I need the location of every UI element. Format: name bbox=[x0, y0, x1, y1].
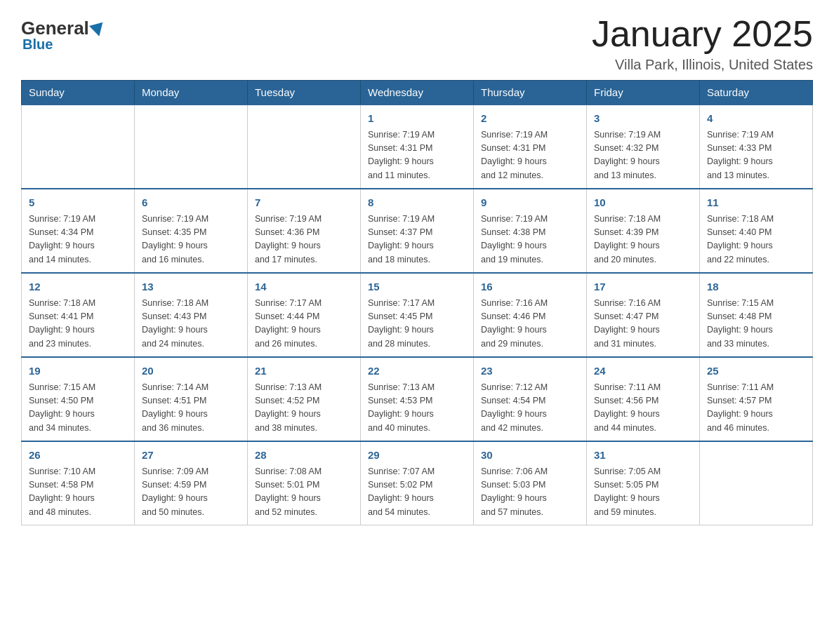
day-info: Sunrise: 7:19 AMSunset: 4:37 PMDaylight:… bbox=[368, 213, 466, 267]
day-info: Sunrise: 7:19 AMSunset: 4:32 PMDaylight:… bbox=[594, 128, 692, 183]
day-number: 7 bbox=[255, 195, 353, 211]
location-text: Villa Park, Illinois, United States bbox=[592, 57, 813, 73]
calendar-cell: 2Sunrise: 7:19 AMSunset: 4:31 PMDaylight… bbox=[474, 105, 587, 189]
calendar-cell: 5Sunrise: 7:19 AMSunset: 4:34 PMDaylight… bbox=[22, 189, 135, 273]
calendar-cell: 30Sunrise: 7:06 AMSunset: 5:03 PMDayligh… bbox=[474, 441, 587, 525]
calendar-header-friday: Friday bbox=[587, 81, 700, 105]
day-number: 26 bbox=[29, 448, 127, 464]
calendar-cell: 17Sunrise: 7:16 AMSunset: 4:47 PMDayligh… bbox=[587, 273, 700, 357]
day-info: Sunrise: 7:15 AMSunset: 4:50 PMDaylight:… bbox=[29, 381, 127, 436]
calendar-cell: 13Sunrise: 7:18 AMSunset: 4:43 PMDayligh… bbox=[135, 273, 248, 357]
calendar-cell: 16Sunrise: 7:16 AMSunset: 4:46 PMDayligh… bbox=[474, 273, 587, 357]
calendar-cell: 21Sunrise: 7:13 AMSunset: 4:52 PMDayligh… bbox=[248, 357, 361, 441]
calendar-header-row: SundayMondayTuesdayWednesdayThursdayFrid… bbox=[22, 81, 813, 105]
calendar-header-thursday: Thursday bbox=[474, 81, 587, 105]
day-info: Sunrise: 7:19 AMSunset: 4:35 PMDaylight:… bbox=[142, 213, 240, 267]
calendar-cell bbox=[248, 105, 361, 189]
day-number: 31 bbox=[594, 448, 692, 464]
title-block: January 2025 Villa Park, Illinois, Unite… bbox=[592, 14, 813, 73]
day-info: Sunrise: 7:13 AMSunset: 4:52 PMDaylight:… bbox=[255, 381, 353, 436]
day-info: Sunrise: 7:12 AMSunset: 4:54 PMDaylight:… bbox=[481, 381, 579, 436]
calendar-week-5: 26Sunrise: 7:10 AMSunset: 4:58 PMDayligh… bbox=[22, 441, 813, 525]
day-info: Sunrise: 7:16 AMSunset: 4:47 PMDaylight:… bbox=[594, 297, 692, 351]
calendar-cell: 4Sunrise: 7:19 AMSunset: 4:33 PMDaylight… bbox=[700, 105, 813, 189]
calendar-cell: 7Sunrise: 7:19 AMSunset: 4:36 PMDaylight… bbox=[248, 189, 361, 273]
calendar-cell: 25Sunrise: 7:11 AMSunset: 4:57 PMDayligh… bbox=[700, 357, 813, 441]
day-info: Sunrise: 7:11 AMSunset: 4:56 PMDaylight:… bbox=[594, 381, 692, 436]
calendar-cell: 10Sunrise: 7:18 AMSunset: 4:39 PMDayligh… bbox=[587, 189, 700, 273]
day-info: Sunrise: 7:11 AMSunset: 4:57 PMDaylight:… bbox=[707, 381, 805, 436]
day-number: 8 bbox=[368, 195, 466, 211]
day-info: Sunrise: 7:05 AMSunset: 5:05 PMDaylight:… bbox=[594, 465, 692, 520]
calendar-header-saturday: Saturday bbox=[700, 81, 813, 105]
day-number: 9 bbox=[481, 195, 579, 211]
day-number: 27 bbox=[142, 448, 240, 464]
day-info: Sunrise: 7:19 AMSunset: 4:36 PMDaylight:… bbox=[255, 213, 353, 267]
logo-blue-text: Blue bbox=[21, 36, 53, 53]
calendar-header-tuesday: Tuesday bbox=[248, 81, 361, 105]
calendar-cell bbox=[135, 105, 248, 189]
calendar-table: SundayMondayTuesdayWednesdayThursdayFrid… bbox=[21, 80, 813, 525]
day-number: 6 bbox=[142, 195, 240, 211]
day-info: Sunrise: 7:18 AMSunset: 4:39 PMDaylight:… bbox=[594, 213, 692, 267]
calendar-cell: 9Sunrise: 7:19 AMSunset: 4:38 PMDaylight… bbox=[474, 189, 587, 273]
calendar-cell: 8Sunrise: 7:19 AMSunset: 4:37 PMDaylight… bbox=[361, 189, 474, 273]
calendar-cell: 14Sunrise: 7:17 AMSunset: 4:44 PMDayligh… bbox=[248, 273, 361, 357]
day-info: Sunrise: 7:06 AMSunset: 5:03 PMDaylight:… bbox=[481, 465, 579, 520]
day-info: Sunrise: 7:14 AMSunset: 4:51 PMDaylight:… bbox=[142, 381, 240, 436]
day-info: Sunrise: 7:09 AMSunset: 4:59 PMDaylight:… bbox=[142, 465, 240, 520]
calendar-cell: 28Sunrise: 7:08 AMSunset: 5:01 PMDayligh… bbox=[248, 441, 361, 525]
day-info: Sunrise: 7:08 AMSunset: 5:01 PMDaylight:… bbox=[255, 465, 353, 520]
day-info: Sunrise: 7:19 AMSunset: 4:38 PMDaylight:… bbox=[481, 213, 579, 267]
day-number: 14 bbox=[255, 279, 353, 295]
calendar-cell: 31Sunrise: 7:05 AMSunset: 5:05 PMDayligh… bbox=[587, 441, 700, 525]
calendar-week-4: 19Sunrise: 7:15 AMSunset: 4:50 PMDayligh… bbox=[22, 357, 813, 441]
calendar-cell: 27Sunrise: 7:09 AMSunset: 4:59 PMDayligh… bbox=[135, 441, 248, 525]
calendar-header-monday: Monday bbox=[135, 81, 248, 105]
calendar-cell: 19Sunrise: 7:15 AMSunset: 4:50 PMDayligh… bbox=[22, 357, 135, 441]
logo-triangle-icon bbox=[89, 22, 106, 39]
day-info: Sunrise: 7:13 AMSunset: 4:53 PMDaylight:… bbox=[368, 381, 466, 436]
day-info: Sunrise: 7:15 AMSunset: 4:48 PMDaylight:… bbox=[707, 297, 805, 351]
month-title: January 2025 bbox=[592, 14, 813, 54]
day-info: Sunrise: 7:16 AMSunset: 4:46 PMDaylight:… bbox=[481, 297, 579, 351]
day-number: 5 bbox=[29, 195, 127, 211]
day-number: 18 bbox=[707, 279, 805, 295]
day-number: 20 bbox=[142, 363, 240, 380]
day-info: Sunrise: 7:19 AMSunset: 4:33 PMDaylight:… bbox=[707, 128, 805, 183]
day-number: 19 bbox=[29, 363, 127, 380]
day-number: 28 bbox=[255, 448, 353, 464]
calendar-week-1: 1Sunrise: 7:19 AMSunset: 4:31 PMDaylight… bbox=[22, 105, 813, 189]
day-number: 3 bbox=[594, 111, 692, 127]
calendar-cell: 26Sunrise: 7:10 AMSunset: 4:58 PMDayligh… bbox=[22, 441, 135, 525]
page-header: General Blue January 2025 Villa Park, Il… bbox=[21, 14, 813, 73]
calendar-cell: 6Sunrise: 7:19 AMSunset: 4:35 PMDaylight… bbox=[135, 189, 248, 273]
day-info: Sunrise: 7:19 AMSunset: 4:31 PMDaylight:… bbox=[481, 128, 579, 183]
calendar-cell: 23Sunrise: 7:12 AMSunset: 4:54 PMDayligh… bbox=[474, 357, 587, 441]
day-number: 25 bbox=[707, 363, 805, 380]
calendar-header-sunday: Sunday bbox=[22, 81, 135, 105]
day-info: Sunrise: 7:17 AMSunset: 4:44 PMDaylight:… bbox=[255, 297, 353, 351]
day-number: 22 bbox=[368, 363, 466, 380]
day-number: 2 bbox=[481, 111, 579, 127]
logo: General Blue bbox=[21, 14, 105, 53]
calendar-cell: 11Sunrise: 7:18 AMSunset: 4:40 PMDayligh… bbox=[700, 189, 813, 273]
day-number: 10 bbox=[594, 195, 692, 211]
day-number: 17 bbox=[594, 279, 692, 295]
calendar-cell: 24Sunrise: 7:11 AMSunset: 4:56 PMDayligh… bbox=[587, 357, 700, 441]
day-number: 1 bbox=[368, 111, 466, 127]
calendar-cell: 1Sunrise: 7:19 AMSunset: 4:31 PMDaylight… bbox=[361, 105, 474, 189]
calendar-cell: 12Sunrise: 7:18 AMSunset: 4:41 PMDayligh… bbox=[22, 273, 135, 357]
day-info: Sunrise: 7:18 AMSunset: 4:40 PMDaylight:… bbox=[707, 213, 805, 267]
day-number: 4 bbox=[707, 111, 805, 127]
day-number: 23 bbox=[481, 363, 579, 380]
day-number: 21 bbox=[255, 363, 353, 380]
calendar-cell bbox=[22, 105, 135, 189]
calendar-week-2: 5Sunrise: 7:19 AMSunset: 4:34 PMDaylight… bbox=[22, 189, 813, 273]
day-info: Sunrise: 7:17 AMSunset: 4:45 PMDaylight:… bbox=[368, 297, 466, 351]
calendar-cell: 3Sunrise: 7:19 AMSunset: 4:32 PMDaylight… bbox=[587, 105, 700, 189]
day-number: 11 bbox=[707, 195, 805, 211]
day-number: 12 bbox=[29, 279, 127, 295]
day-number: 30 bbox=[481, 448, 579, 464]
calendar-cell bbox=[700, 441, 813, 525]
